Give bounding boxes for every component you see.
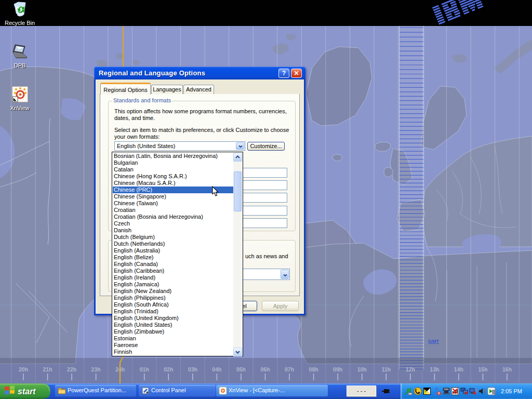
svg-text:GMT: GMT (428, 338, 439, 344)
svg-text:22h: 22h (67, 366, 76, 373)
svg-text:11h: 11h (381, 366, 391, 373)
svg-text:05h: 05h (236, 366, 246, 373)
svg-text:06h: 06h (260, 366, 270, 373)
svg-text:02h: 02h (164, 366, 173, 373)
svg-text:09h: 09h (333, 366, 342, 373)
svg-text:15h: 15h (478, 366, 487, 373)
svg-text:16h: 16h (502, 366, 512, 373)
svg-text:23h: 23h (91, 366, 101, 373)
svg-text:21h: 21h (43, 366, 52, 373)
svg-text:12h: 12h (406, 366, 415, 373)
svg-text:start: start (18, 387, 36, 396)
svg-text:08h: 08h (309, 366, 318, 373)
svg-text:20h: 20h (19, 366, 28, 373)
svg-text:13h: 13h (430, 366, 439, 373)
svg-text:01h: 01h (140, 366, 149, 373)
svg-text:10h: 10h (357, 366, 367, 373)
svg-text:14h: 14h (454, 366, 463, 373)
svg-text:04h: 04h (212, 366, 221, 373)
svg-text:03h: 03h (188, 366, 197, 373)
svg-text:07h: 07h (285, 366, 294, 373)
